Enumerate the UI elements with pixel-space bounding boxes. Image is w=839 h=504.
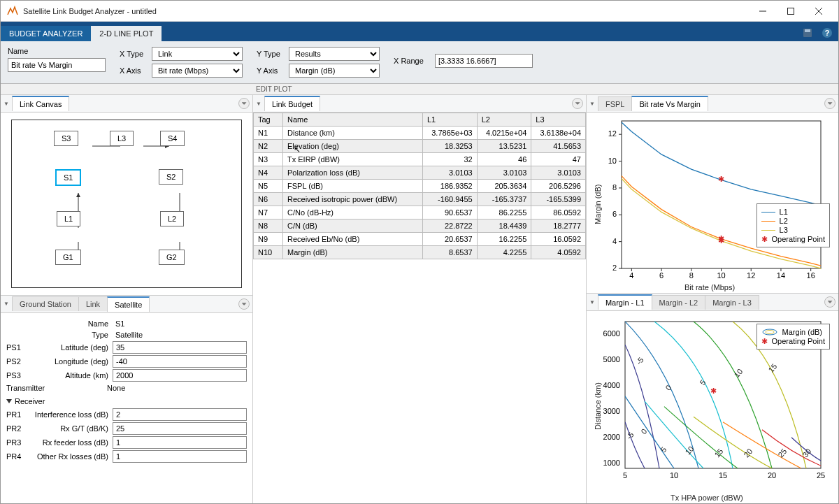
svg-text:✱: ✱ xyxy=(718,236,724,245)
svg-text:✱: ✱ xyxy=(710,387,717,395)
tab-margin-l2[interactable]: Margin - L2 xyxy=(652,295,706,310)
tab-margin-l3[interactable]: Margin - L3 xyxy=(705,295,759,310)
svg-text:20: 20 xyxy=(768,471,776,480)
panel-menu-icon[interactable]: ⏷ xyxy=(824,296,836,308)
node-s1[interactable]: S1 xyxy=(55,169,81,186)
panel-menu-icon[interactable]: ⏷ xyxy=(238,298,250,310)
chevron-down-icon[interactable]: ▼ xyxy=(589,299,595,305)
xaxis-select[interactable]: Bit rate (Mbps) xyxy=(152,64,243,78)
table-row[interactable]: N4Polarization loss (dB)3.01033.01033.01… xyxy=(254,166,586,180)
svg-text:16: 16 xyxy=(807,271,815,280)
svg-text:4000: 4000 xyxy=(603,381,620,389)
svg-text:15: 15 xyxy=(719,471,727,480)
panel-menu-icon[interactable]: ⏷ xyxy=(824,98,836,109)
table-row[interactable]: N8C/N (dB)22.872218.443918.2777 xyxy=(254,219,586,233)
close-button[interactable] xyxy=(805,1,833,21)
node-l1[interactable]: L1 xyxy=(57,211,80,226)
yaxis-label: Y Axis xyxy=(257,66,286,75)
node-g1[interactable]: G1 xyxy=(55,250,81,265)
xtype-select[interactable]: Link xyxy=(152,47,243,61)
chevron-down-icon[interactable]: ▼ xyxy=(589,101,595,107)
svg-text:?: ? xyxy=(825,29,830,37)
table-row[interactable]: N1Distance (km)3.7865e+034.0215e+043.613… xyxy=(254,127,586,140)
table-row[interactable]: N6Received isotropic power (dBW)-160.945… xyxy=(254,193,586,206)
help-icon[interactable]: ? xyxy=(819,24,836,41)
table-row[interactable]: N5FSPL (dB)186.9352205.3634206.5296 xyxy=(254,180,586,193)
latitude-input[interactable] xyxy=(113,341,247,354)
svg-rect-1 xyxy=(788,8,794,14)
link-budget-table-area: Tag Name L1 L2 L3 N1Distance (km)3.7865e… xyxy=(253,113,586,503)
svg-rect-5 xyxy=(805,29,810,32)
tab-link[interactable]: Link xyxy=(78,296,108,311)
node-s2[interactable]: S2 xyxy=(159,169,183,185)
xaxis-label: X Axis xyxy=(120,66,149,75)
altitude-input[interactable] xyxy=(113,369,247,382)
svg-text:10: 10 xyxy=(670,471,678,480)
tab-budget-analyzer[interactable]: BUDGET ANALYZER xyxy=(1,26,91,41)
link-canvas-tab[interactable]: Link Canvas xyxy=(12,96,70,111)
tab-fspl[interactable]: FSPL xyxy=(598,96,633,111)
save-icon[interactable] xyxy=(799,24,816,41)
edit-plot-toolbar: Name X TypeLink X AxisBit rate (Mbps) Y … xyxy=(1,41,838,84)
table-row[interactable]: N9Received Eb/No (dB)20.653716.225516.05… xyxy=(254,233,586,246)
receiver-section-toggle[interactable]: Receiver xyxy=(6,397,247,405)
transmitter-label: Transmitter xyxy=(6,384,62,392)
table-row[interactable]: N3Tx EIRP (dBW)324647 xyxy=(254,153,586,166)
svg-text:8: 8 xyxy=(612,183,617,192)
tab-2d-line-plot[interactable]: 2-D LINE PLOT xyxy=(91,26,162,41)
yaxis-select[interactable]: Margin (dB) xyxy=(289,64,380,78)
node-s3[interactable]: S3 xyxy=(54,131,78,146)
transmitter-value: None xyxy=(104,383,247,393)
ytype-select[interactable]: Results xyxy=(289,47,380,61)
contour-ylabel: Distance (km) xyxy=(594,382,602,430)
window-title: Satellite Link Budget Analyzer - untitle… xyxy=(23,7,749,15)
svg-point-72 xyxy=(766,331,774,334)
tab-margin-l1[interactable]: Margin - L1 xyxy=(598,294,652,310)
panel-menu-icon[interactable]: ⏷ xyxy=(238,98,250,109)
name-input[interactable] xyxy=(8,58,106,72)
panel-menu-icon[interactable]: ⏷ xyxy=(572,98,583,109)
svg-text:8: 8 xyxy=(689,271,694,280)
contour-chart[interactable]: 510152025100020003000400050006000-505101… xyxy=(587,311,838,503)
name-label: Name xyxy=(8,47,36,55)
chevron-down-icon[interactable]: ▼ xyxy=(256,101,261,107)
svg-text:5000: 5000 xyxy=(603,355,620,363)
svg-text:5: 5 xyxy=(623,471,627,480)
link-budget-table[interactable]: Tag Name L1 L2 L3 N1Distance (km)3.7865e… xyxy=(253,113,586,259)
tab-satellite[interactable]: Satellite xyxy=(107,296,150,312)
tab-ground-station[interactable]: Ground Station xyxy=(12,296,79,311)
contour-xlabel: Tx HPA power (dBW) xyxy=(671,494,743,502)
xrange-input[interactable] xyxy=(435,54,533,68)
link-canvas[interactable]: S3 L3 S4 S1 S2 L1 L2 G1 G2 xyxy=(1,113,252,295)
node-s4[interactable]: S4 xyxy=(160,131,185,146)
node-l3[interactable]: L3 xyxy=(110,131,134,146)
svg-text:4: 4 xyxy=(612,237,617,245)
tab-bitrate-vs-margin[interactable]: Bit rate Vs Margin xyxy=(631,96,708,111)
minimize-button[interactable] xyxy=(749,1,777,21)
node-l2[interactable]: L2 xyxy=(160,211,184,226)
right-top-tabs: ▼ FSPL Bit rate Vs Margin ⏷ xyxy=(587,94,838,113)
xtype-label: X Type xyxy=(120,50,149,58)
longitude-input[interactable] xyxy=(113,355,247,368)
interference-loss-input[interactable] xyxy=(113,408,247,421)
other-rx-loss-input[interactable] xyxy=(113,450,247,463)
rx-gt-input[interactable] xyxy=(113,422,247,435)
svg-text:4: 4 xyxy=(629,271,633,280)
xrange-label: X Range xyxy=(394,57,432,65)
svg-text:2000: 2000 xyxy=(603,433,620,441)
maximize-button[interactable] xyxy=(777,1,805,21)
svg-text:14: 14 xyxy=(777,271,785,280)
svg-text:6000: 6000 xyxy=(603,329,620,338)
svg-text:✱: ✱ xyxy=(718,175,724,183)
chevron-down-icon[interactable]: ▼ xyxy=(3,301,9,307)
table-row[interactable]: N7C/No (dB-Hz)90.653786.225586.0592 xyxy=(254,206,586,219)
table-row[interactable]: N2Elevation (deg)18.325313.523141.5653 xyxy=(254,140,586,153)
svg-text:3000: 3000 xyxy=(603,407,620,415)
node-g2[interactable]: G2 xyxy=(159,250,185,265)
svg-text:1000: 1000 xyxy=(603,459,620,467)
chevron-down-icon[interactable]: ▼ xyxy=(3,101,9,107)
table-row[interactable]: N10Margin (dB)8.65374.22554.0592 xyxy=(254,246,586,259)
link-budget-tab[interactable]: Link Budget xyxy=(264,96,320,111)
line-chart[interactable]: 4681012141624681012✱✱✱ L1 L2 L3 ✱Operati… xyxy=(587,113,838,293)
rx-feeder-loss-input[interactable] xyxy=(113,436,247,449)
